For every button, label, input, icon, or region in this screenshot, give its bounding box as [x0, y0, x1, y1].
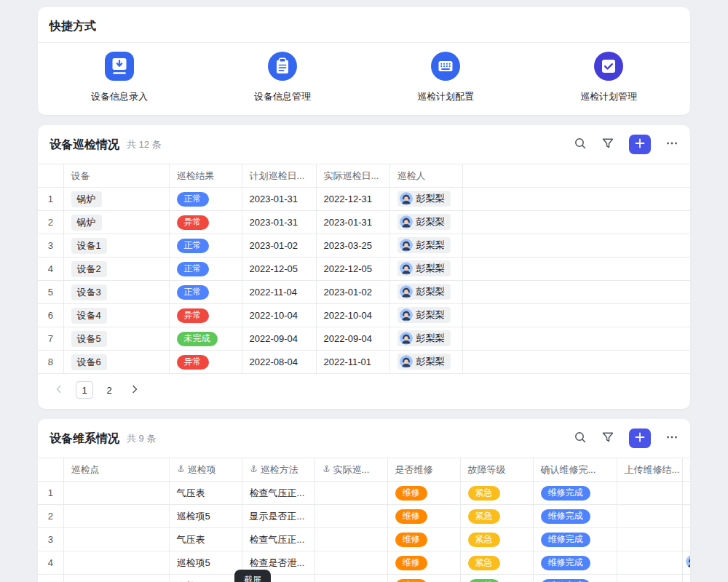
confirm-cell[interactable]: 维修完成: [533, 575, 617, 582]
planned-date-cell[interactable]: 2022-11-04: [242, 281, 316, 304]
inspector-cell[interactable]: 彭梨梨: [389, 327, 462, 351]
page-button-2[interactable]: 2: [100, 381, 118, 399]
actual-date-cell[interactable]: 2023-01-02: [316, 281, 389, 304]
repair-cell[interactable]: 维修: [387, 505, 460, 528]
device-cell[interactable]: 设备6: [63, 351, 169, 374]
column-header-last[interactable]: 维...: [682, 458, 690, 482]
table-row[interactable]: 6 设备4 异常 2022-10-04 2022-10-04 彭梨梨: [38, 304, 690, 327]
result-cell[interactable]: 正常: [169, 188, 242, 211]
last-cell[interactable]: [682, 575, 690, 582]
upload-cell[interactable]: [617, 575, 682, 582]
last-cell[interactable]: [682, 505, 690, 528]
repair-cell[interactable]: 维修: [387, 575, 460, 582]
column-header-level[interactable]: 故障等级: [460, 458, 533, 482]
point-cell[interactable]: [63, 528, 169, 551]
device-cell[interactable]: 设备2: [63, 258, 169, 281]
actual-date-cell[interactable]: 2022-09-04: [316, 327, 389, 351]
item-cell[interactable]: 巡检项5: [169, 551, 242, 575]
actual-cell[interactable]: [314, 505, 387, 528]
column-header-point[interactable]: 巡检点: [63, 458, 169, 482]
item-cell[interactable]: 巡检项5: [169, 505, 242, 528]
actual-date-cell[interactable]: 2023-03-25: [316, 234, 389, 258]
actual-date-cell[interactable]: 2022-12-31: [316, 188, 389, 211]
filter-button[interactable]: [601, 137, 614, 152]
point-cell[interactable]: [63, 482, 169, 505]
last-cell[interactable]: [682, 482, 690, 505]
result-cell[interactable]: 异常: [169, 304, 242, 327]
column-header-actual[interactable]: 实际巡...: [314, 458, 387, 482]
column-header-planned[interactable]: 计划巡检日...: [242, 164, 316, 188]
inspector-cell[interactable]: 彭梨梨: [389, 258, 462, 281]
planned-date-cell[interactable]: 2023-01-31: [242, 188, 316, 211]
point-cell[interactable]: [63, 551, 169, 575]
confirm-cell[interactable]: 维修完成: [533, 528, 617, 551]
search-button[interactable]: [574, 137, 587, 152]
actual-date-cell[interactable]: 2022-10-04: [316, 304, 389, 327]
table-row[interactable]: 2 巡检项5 显示是否正... 维修 紧急 维修完成: [38, 505, 690, 528]
result-cell[interactable]: 未完成: [169, 327, 242, 351]
planned-date-cell[interactable]: 2023-01-31: [242, 211, 316, 234]
table-row[interactable]: 3 气压表 检查气压正... 维修 紧急 维修完成: [38, 528, 690, 551]
table-row[interactable]: 1 锅炉 正常 2023-01-31 2022-12-31 彭梨梨: [38, 188, 690, 211]
column-header-device[interactable]: 设备: [63, 164, 169, 188]
actual-cell[interactable]: [314, 551, 387, 575]
filter-button[interactable]: [601, 431, 614, 446]
shortcut-device-manage[interactable]: 设备信息管理: [201, 52, 364, 103]
result-cell[interactable]: 正常: [169, 234, 242, 258]
upload-cell[interactable]: [617, 551, 682, 575]
table-row[interactable]: 5 设备3 正常 2022-11-04 2023-01-02 彭梨梨: [38, 281, 690, 304]
result-cell[interactable]: 异常: [169, 211, 242, 234]
last-cell[interactable]: [682, 551, 690, 575]
level-cell[interactable]: 紧急: [460, 528, 533, 551]
device-cell[interactable]: 设备5: [63, 327, 169, 351]
column-header-inspector[interactable]: 巡检人: [389, 164, 462, 188]
column-header-repair[interactable]: 是否维修: [387, 458, 460, 482]
table-row[interactable]: 7 设备5 未完成 2022-09-04 2022-09-04 彭梨梨: [38, 327, 690, 351]
level-cell[interactable]: 紧急: [460, 551, 533, 575]
repair-cell[interactable]: 维修: [387, 482, 460, 505]
add-record-button[interactable]: [629, 135, 651, 154]
result-cell[interactable]: 异常: [169, 351, 242, 374]
actual-cell[interactable]: [314, 528, 387, 551]
device-cell[interactable]: 设备1: [63, 234, 169, 258]
table-row[interactable]: 2 锅炉 异常 2023-01-31 2023-01-31 彭梨梨: [38, 211, 690, 234]
repair-cell[interactable]: 维修: [387, 528, 460, 551]
level-cell[interactable]: 紧急: [460, 482, 533, 505]
inspector-cell[interactable]: 彭梨梨: [389, 281, 462, 304]
inspector-cell[interactable]: 彭梨梨: [389, 188, 462, 211]
actual-cell[interactable]: [314, 575, 387, 582]
device-cell[interactable]: 设备3: [63, 281, 169, 304]
screenshot-pill[interactable]: 截屏: [234, 570, 271, 582]
column-header-result[interactable]: 巡检结果: [169, 164, 242, 188]
inspector-cell[interactable]: 彭梨梨: [389, 211, 462, 234]
upload-cell[interactable]: [617, 482, 682, 505]
table-row[interactable]: 1 气压表 检查气压正... 维修 紧急 维修完成: [38, 482, 690, 505]
planned-date-cell[interactable]: 2022-09-04: [242, 327, 316, 351]
more-button[interactable]: [665, 137, 678, 152]
device-cell[interactable]: 设备4: [63, 304, 169, 327]
search-button[interactable]: [574, 431, 587, 446]
column-header-item[interactable]: 巡检项: [169, 458, 242, 482]
method-cell[interactable]: 显示是否正...: [242, 505, 314, 528]
device-cell[interactable]: 锅炉: [63, 211, 169, 234]
table-row[interactable]: 4 巡检项5 检查是否泄... 维修 紧急 维修完成: [38, 551, 690, 575]
last-cell[interactable]: [682, 528, 690, 551]
repair-cell[interactable]: 维修: [387, 551, 460, 575]
shortcut-device-entry[interactable]: 设备信息录入: [38, 52, 201, 103]
upload-cell[interactable]: [617, 528, 682, 551]
method-cell[interactable]: 检查气压正...: [242, 482, 314, 505]
shortcut-plan-config[interactable]: 巡检计划配置: [364, 52, 527, 103]
inspector-cell[interactable]: 彭梨梨: [389, 351, 462, 374]
actual-date-cell[interactable]: 2023-01-31: [316, 211, 389, 234]
column-header-upload[interactable]: 上传维修结...: [617, 458, 682, 482]
level-cell[interactable]: 紧急: [460, 505, 533, 528]
actual-date-cell[interactable]: 2022-11-01: [316, 351, 389, 374]
method-cell[interactable]: 检查气压正...: [242, 528, 314, 551]
confirm-cell[interactable]: 维修完成: [533, 482, 617, 505]
add-record-button[interactable]: [629, 428, 651, 448]
item-cell[interactable]: 巡检项5: [169, 575, 242, 582]
inspector-cell[interactable]: 彭梨梨: [389, 304, 462, 327]
table-row[interactable]: 8 设备6 异常 2022-08-04 2022-11-01 彭梨梨: [38, 351, 690, 374]
actual-date-cell[interactable]: 2022-12-05: [316, 258, 389, 281]
column-header-method[interactable]: 巡检方法: [242, 458, 314, 482]
